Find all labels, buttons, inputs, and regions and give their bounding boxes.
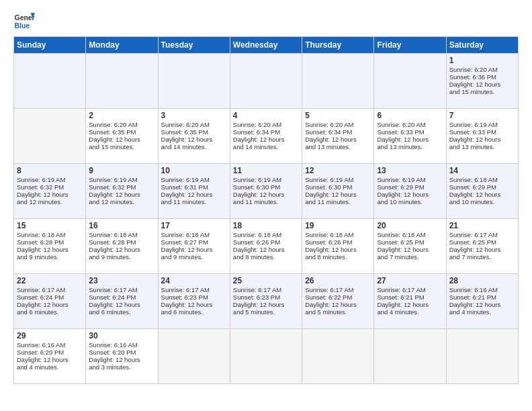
calendar-cell xyxy=(230,54,302,109)
daylight: Daylight: 12 hours xyxy=(89,301,140,308)
calendar-cell: 25Sunrise: 6:17 AMSunset: 6:23 PMDayligh… xyxy=(230,274,302,329)
calendar-cell: 29Sunrise: 6:16 AMSunset: 6:20 PMDayligh… xyxy=(14,329,86,384)
daylight-cont: and 13 minutes. xyxy=(377,143,423,150)
day-number: 10 xyxy=(161,166,227,175)
daylight: Daylight: 12 hours xyxy=(161,136,213,143)
sunset: Sunset: 6:21 PM xyxy=(449,293,496,301)
daylight: Daylight: 12 hours xyxy=(17,356,69,363)
sunrise: Sunrise: 6:20 AM xyxy=(449,66,498,73)
calendar-cell: 15Sunrise: 6:18 AMSunset: 6:28 PMDayligh… xyxy=(14,219,86,274)
calendar-cell: 20Sunrise: 6:18 AMSunset: 6:25 PMDayligh… xyxy=(374,219,446,274)
day-number: 4 xyxy=(233,111,299,120)
calendar-cell xyxy=(158,54,230,109)
sunrise: Sunrise: 6:18 AM xyxy=(233,231,281,238)
sunset: Sunset: 6:20 PM xyxy=(89,349,136,356)
daylight-cont: and 10 minutes. xyxy=(377,198,423,205)
column-header-tuesday: Tuesday xyxy=(158,37,230,54)
calendar-cell xyxy=(374,329,446,384)
daylight-cont: and 4 minutes. xyxy=(377,308,418,316)
week-row-1: 1Sunrise: 6:20 AMSunset: 6:36 PMDaylight… xyxy=(14,54,519,109)
column-header-friday: Friday xyxy=(374,37,446,54)
daylight: Daylight: 12 hours xyxy=(17,191,69,198)
sunset: Sunset: 6:22 PM xyxy=(305,293,352,301)
sunset: Sunset: 6:20 PM xyxy=(17,349,64,356)
sunrise: Sunrise: 6:17 AM xyxy=(233,286,281,293)
daylight-cont: and 8 minutes. xyxy=(233,253,275,261)
sunset: Sunset: 6:34 PM xyxy=(233,128,280,136)
sunrise: Sunrise: 6:16 AM xyxy=(17,341,65,349)
sunset: Sunset: 6:35 PM xyxy=(161,128,208,136)
calendar-header: SundayMondayTuesdayWednesdayThursdayFrid… xyxy=(14,37,519,54)
calendar-cell: 3Sunrise: 6:20 AMSunset: 6:35 PMDaylight… xyxy=(158,109,230,164)
day-number: 29 xyxy=(17,331,83,340)
sunrise: Sunrise: 6:20 AM xyxy=(377,121,425,128)
sunset: Sunset: 6:24 PM xyxy=(17,293,64,301)
calendar-cell xyxy=(86,54,158,109)
sunrise: Sunrise: 6:20 AM xyxy=(233,121,281,128)
daylight-cont: and 14 minutes. xyxy=(233,143,279,150)
calendar-cell xyxy=(158,329,230,384)
sunset: Sunset: 6:35 PM xyxy=(89,128,136,136)
daylight: Daylight: 12 hours xyxy=(305,191,357,198)
day-number: 9 xyxy=(89,166,154,175)
calendar-cell xyxy=(14,54,86,109)
daylight-cont: and 11 minutes. xyxy=(305,198,351,205)
daylight: Daylight: 12 hours xyxy=(17,246,69,253)
calendar-cell: 12Sunrise: 6:19 AMSunset: 6:30 PMDayligh… xyxy=(302,164,374,219)
calendar-cell: 13Sunrise: 6:19 AMSunset: 6:29 PMDayligh… xyxy=(374,164,446,219)
daylight: Daylight: 12 hours xyxy=(377,246,429,253)
svg-text:Blue: Blue xyxy=(15,22,30,30)
calendar-cell: 4Sunrise: 6:20 AMSunset: 6:34 PMDaylight… xyxy=(230,109,302,164)
daylight: Daylight: 12 hours xyxy=(449,191,501,198)
day-number: 5 xyxy=(305,111,371,120)
daylight-cont: and 5 minutes. xyxy=(305,308,347,316)
daylight: Daylight: 12 hours xyxy=(233,191,285,198)
sunrise: Sunrise: 6:16 AM xyxy=(449,286,498,293)
sunset: Sunset: 6:28 PM xyxy=(17,238,64,246)
sunset: Sunset: 6:27 PM xyxy=(161,238,208,246)
daylight-cont: and 3 minutes. xyxy=(89,363,130,371)
week-row-4: 15Sunrise: 6:18 AMSunset: 6:28 PMDayligh… xyxy=(14,219,519,274)
daylight: Daylight: 12 hours xyxy=(233,136,285,143)
daylight: Daylight: 12 hours xyxy=(89,356,140,363)
daylight: Daylight: 12 hours xyxy=(161,191,213,198)
calendar-cell: 19Sunrise: 6:18 AMSunset: 6:26 PMDayligh… xyxy=(302,219,374,274)
daylight-cont: and 4 minutes. xyxy=(449,308,491,316)
sunrise: Sunrise: 6:20 AM xyxy=(161,121,210,128)
daylight-cont: and 15 minutes. xyxy=(89,143,134,150)
day-number: 8 xyxy=(17,166,83,175)
day-number: 13 xyxy=(377,166,443,175)
week-row-5: 22Sunrise: 6:17 AMSunset: 6:24 PMDayligh… xyxy=(14,274,519,329)
sunset: Sunset: 6:23 PM xyxy=(161,293,208,301)
week-row-2: 2Sunrise: 6:20 AMSunset: 6:35 PMDaylight… xyxy=(14,109,519,164)
sunrise: Sunrise: 6:17 AM xyxy=(89,286,137,293)
daylight: Daylight: 12 hours xyxy=(377,191,429,198)
day-number: 6 xyxy=(377,111,443,120)
daylight: Daylight: 12 hours xyxy=(305,136,357,143)
sunrise: Sunrise: 6:17 AM xyxy=(377,286,425,293)
day-number: 12 xyxy=(305,166,371,175)
daylight-cont: and 6 minutes. xyxy=(89,308,130,316)
sunset: Sunset: 6:32 PM xyxy=(17,183,64,191)
daylight: Daylight: 12 hours xyxy=(17,301,69,308)
sunrise: Sunrise: 6:19 AM xyxy=(161,176,210,183)
day-number: 1 xyxy=(449,56,515,65)
day-number: 7 xyxy=(449,111,515,120)
calendar-cell: 22Sunrise: 6:17 AMSunset: 6:24 PMDayligh… xyxy=(14,274,86,329)
daylight-cont: and 13 minutes. xyxy=(305,143,351,150)
day-number: 21 xyxy=(449,221,515,230)
day-number: 19 xyxy=(305,221,371,230)
sunrise: Sunrise: 6:16 AM xyxy=(89,341,137,349)
week-row-6: 29Sunrise: 6:16 AMSunset: 6:20 PMDayligh… xyxy=(14,329,519,384)
daylight-cont: and 4 minutes. xyxy=(17,363,58,371)
sunset: Sunset: 6:30 PM xyxy=(305,183,352,191)
column-header-saturday: Saturday xyxy=(446,37,518,54)
daylight: Daylight: 12 hours xyxy=(305,246,357,253)
calendar-cell: 6Sunrise: 6:20 AMSunset: 6:33 PMDaylight… xyxy=(374,109,446,164)
sunrise: Sunrise: 6:17 AM xyxy=(449,231,498,238)
day-number: 28 xyxy=(449,276,515,285)
daylight: Daylight: 12 hours xyxy=(89,246,140,253)
sunrise: Sunrise: 6:19 AM xyxy=(17,176,65,183)
sunrise: Sunrise: 6:17 AM xyxy=(17,286,65,293)
sunrise: Sunrise: 6:20 AM xyxy=(305,121,353,128)
